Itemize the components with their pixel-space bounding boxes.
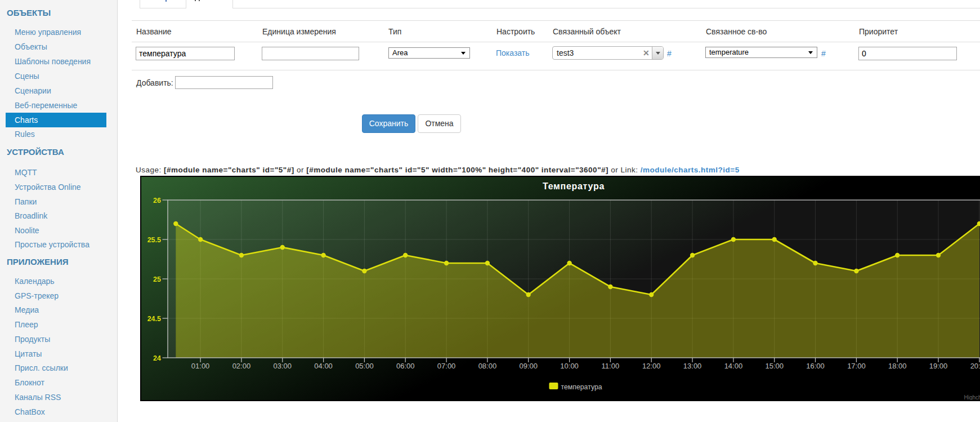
svg-text:15:00: 15:00 xyxy=(765,362,784,370)
svg-text:03:00: 03:00 xyxy=(273,362,292,370)
svg-text:14:00: 14:00 xyxy=(724,362,742,370)
svg-text:25: 25 xyxy=(153,276,161,283)
svg-text:Highcharts.com: Highcharts.com xyxy=(964,394,980,401)
svg-text:19:00: 19:00 xyxy=(929,362,947,370)
svg-text:05:00: 05:00 xyxy=(355,362,374,370)
svg-text:13:00: 13:00 xyxy=(683,362,701,370)
svg-text:18:00: 18:00 xyxy=(888,362,906,370)
svg-text:20:00: 20:00 xyxy=(970,362,980,370)
svg-text:Температура: Температура xyxy=(542,181,604,191)
svg-text:02:00: 02:00 xyxy=(232,362,250,370)
svg-text:06:00: 06:00 xyxy=(396,362,414,370)
svg-text:04:00: 04:00 xyxy=(314,362,333,370)
svg-text:температура: температура xyxy=(561,383,602,391)
svg-text:26: 26 xyxy=(153,197,161,205)
svg-text:25.5: 25.5 xyxy=(147,236,160,244)
svg-text:10:00: 10:00 xyxy=(560,362,579,370)
svg-text:24.5: 24.5 xyxy=(147,315,160,323)
svg-text:09:00: 09:00 xyxy=(519,362,538,370)
svg-text:17:00: 17:00 xyxy=(847,362,866,370)
svg-text:01:00: 01:00 xyxy=(191,362,209,370)
svg-text:08:00: 08:00 xyxy=(478,362,496,370)
svg-text:24: 24 xyxy=(153,354,161,362)
svg-text:12:00: 12:00 xyxy=(642,362,660,370)
svg-text:07:00: 07:00 xyxy=(437,362,455,370)
svg-text:16:00: 16:00 xyxy=(806,362,825,370)
svg-text:11:00: 11:00 xyxy=(601,362,619,370)
